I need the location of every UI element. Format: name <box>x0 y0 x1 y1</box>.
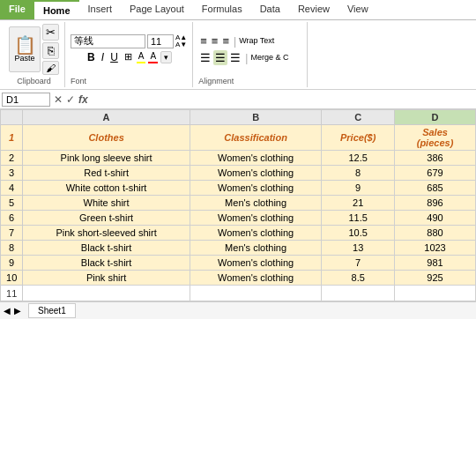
tab-file[interactable]: File <box>0 0 34 19</box>
cell-d4[interactable]: 685 <box>395 181 476 196</box>
row-num-3[interactable]: 3 <box>1 166 23 181</box>
col-header-c[interactable]: C <box>322 110 395 125</box>
cell-c2[interactable]: 12.5 <box>322 151 395 166</box>
tab-insert[interactable]: Insert <box>79 0 122 19</box>
cell-d11[interactable] <box>395 286 476 301</box>
tab-review[interactable]: Review <box>289 0 338 19</box>
cell-c4[interactable]: 9 <box>322 181 395 196</box>
format-painter-button[interactable]: 🖌 <box>42 61 59 75</box>
row-num-9[interactable]: 9 <box>1 256 23 271</box>
row-num-5[interactable]: 5 <box>1 196 23 211</box>
align-top-button[interactable]: ≡ <box>198 33 209 48</box>
cell-a1[interactable]: Clothes <box>23 125 190 151</box>
col-header-a[interactable]: A <box>23 110 190 125</box>
row-num-11[interactable]: 11 <box>1 286 23 301</box>
font-color-button[interactable]: A <box>148 50 158 63</box>
cell-d2[interactable]: 386 <box>395 151 476 166</box>
cell-c5[interactable]: 21 <box>322 196 395 211</box>
cell-b7[interactable]: Women's clothing <box>190 226 321 241</box>
cell-c9[interactable]: 7 <box>322 256 395 271</box>
tab-home[interactable]: Home <box>34 0 79 19</box>
cell-c10[interactable]: 8.5 <box>322 271 395 286</box>
copy-button[interactable]: ⎘ <box>42 42 59 59</box>
wrap-text-button[interactable]: Wrap Text <box>239 36 274 46</box>
cell-c8[interactable]: 13 <box>322 241 395 256</box>
cell-b11[interactable] <box>190 286 321 301</box>
cell-d1[interactable]: Sales(pieces) <box>395 125 476 151</box>
tab-page-layout[interactable]: Page Layout <box>121 0 193 19</box>
cell-d6[interactable]: 490 <box>395 211 476 226</box>
font-group: A▲ A▼ B I U ⊞ A A ▾ Font <box>65 22 193 87</box>
confirm-formula-icon[interactable]: ✓ <box>66 93 75 106</box>
align-left-button[interactable]: ☰ <box>198 50 212 65</box>
paste-button[interactable]: 📋 Paste <box>9 26 41 72</box>
cell-b5[interactable]: Men's clothing <box>190 196 321 211</box>
cell-a8[interactable]: Black t-shirt <box>23 241 190 256</box>
sheet-tab-bar: ◀ ▶ Sheet1 <box>0 301 476 319</box>
align-center-button[interactable]: ☰ <box>213 50 227 65</box>
cell-d9[interactable]: 981 <box>395 256 476 271</box>
tab-formulas[interactable]: Formulas <box>193 0 251 19</box>
cell-c11[interactable] <box>322 286 395 301</box>
row-num-8[interactable]: 8 <box>1 241 23 256</box>
more-font-button[interactable]: ▾ <box>160 51 172 63</box>
cell-c3[interactable]: 8 <box>322 166 395 181</box>
cell-a11[interactable] <box>23 286 190 301</box>
name-box[interactable] <box>2 93 50 107</box>
cell-d8[interactable]: 1023 <box>395 241 476 256</box>
font-name-input[interactable] <box>71 34 145 48</box>
cell-b8[interactable]: Men's clothing <box>190 241 321 256</box>
cut-button[interactable]: ✂ <box>42 24 59 41</box>
row-num-6[interactable]: 6 <box>1 211 23 226</box>
italic-button[interactable]: I <box>100 50 106 64</box>
cell-c7[interactable]: 10.5 <box>322 226 395 241</box>
row-num-2[interactable]: 2 <box>1 151 23 166</box>
cell-c1[interactable]: Price($) <box>322 125 395 151</box>
decrease-font-size-button[interactable]: A▼ <box>175 41 187 48</box>
sheet-nav-left[interactable]: ◀ <box>4 306 11 316</box>
cell-b2[interactable]: Women's clothing <box>190 151 321 166</box>
cell-a4[interactable]: White cotton t-shirt <box>23 181 190 196</box>
row-num-10[interactable]: 10 <box>1 271 23 286</box>
cell-b1[interactable]: Classification <box>190 125 321 151</box>
row-num-7[interactable]: 7 <box>1 226 23 241</box>
row-num-1[interactable]: 1 <box>1 125 23 151</box>
cell-a9[interactable]: Black t-shirt <box>23 256 190 271</box>
cell-d7[interactable]: 880 <box>395 226 476 241</box>
cell-c6[interactable]: 11.5 <box>322 211 395 226</box>
cell-a6[interactable]: Green t-shirt <box>23 211 190 226</box>
cell-a7[interactable]: Pink short-sleeved shirt <box>23 226 190 241</box>
cell-a2[interactable]: Pink long sleeve shirt <box>23 151 190 166</box>
tab-view[interactable]: View <box>338 0 377 19</box>
cell-b3[interactable]: Women's clothing <box>190 166 321 181</box>
font-size-input[interactable] <box>147 34 174 48</box>
underline-button[interactable]: U <box>108 50 120 64</box>
cell-b6[interactable]: Women's clothing <box>190 211 321 226</box>
cell-b10[interactable]: Women's clothing <box>190 271 321 286</box>
col-header-d[interactable]: D <box>395 110 476 125</box>
sheet-nav-right[interactable]: ▶ <box>14 306 21 316</box>
formula-input[interactable] <box>92 94 474 105</box>
cancel-formula-icon[interactable]: ✕ <box>54 93 63 106</box>
align-bottom-button[interactable]: ≡ <box>220 33 231 48</box>
cell-a10[interactable]: Pink shirt <box>23 271 190 286</box>
align-middle-button[interactable]: ≡ <box>210 33 220 48</box>
cell-d3[interactable]: 679 <box>395 166 476 181</box>
cell-a5[interactable]: White shirt <box>23 196 190 211</box>
bold-button[interactable]: B <box>86 50 97 64</box>
cell-b4[interactable]: Women's clothing <box>190 181 321 196</box>
tab-data[interactable]: Data <box>251 0 289 19</box>
ribbon-tab-bar: File Home Insert Page Layout Formulas Da… <box>0 0 476 20</box>
border-button[interactable]: ⊞ <box>123 50 134 63</box>
insert-function-icon[interactable]: fx <box>78 93 88 106</box>
cell-d5[interactable]: 896 <box>395 196 476 211</box>
cell-d10[interactable]: 925 <box>395 271 476 286</box>
col-header-b[interactable]: B <box>190 110 321 125</box>
merge-cells-button[interactable]: Merge & C <box>250 53 288 63</box>
cell-a3[interactable]: Red t-shirt <box>23 166 190 181</box>
sheet-tab-1[interactable]: Sheet1 <box>28 303 76 318</box>
row-num-4[interactable]: 4 <box>1 181 23 196</box>
fill-color-button[interactable]: A <box>137 50 146 63</box>
align-right-button[interactable]: ☰ <box>228 50 242 65</box>
cell-b9[interactable]: Women's clothing <box>190 256 321 271</box>
